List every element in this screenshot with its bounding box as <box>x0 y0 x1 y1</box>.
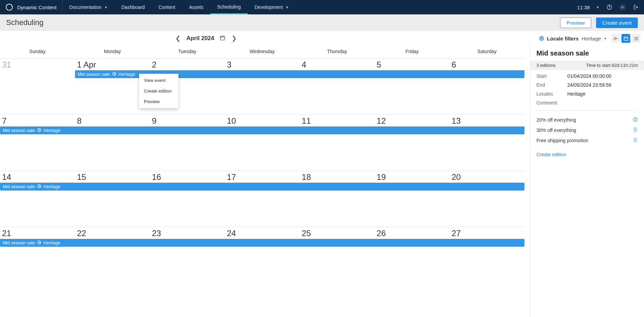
prev-month-icon[interactable]: ❮ <box>175 35 181 42</box>
nav-dashboard[interactable]: Dashboard <box>114 0 152 14</box>
day-cell[interactable]: 6 <box>449 59 524 114</box>
help-icon[interactable] <box>606 4 612 10</box>
svg-rect-8 <box>614 39 615 40</box>
nav-scheduling[interactable]: Scheduling <box>210 0 248 14</box>
svg-rect-12 <box>634 39 638 40</box>
calendar-picker-icon[interactable] <box>220 35 225 42</box>
menu-preview[interactable]: Preview <box>139 96 178 107</box>
nav-content[interactable]: Content <box>152 0 182 14</box>
document-icon <box>633 127 638 133</box>
event-label: Mid season sale <box>78 72 110 77</box>
meta-end-value: 24/05/2024 23:59:59 <box>567 82 638 88</box>
create-event-button[interactable]: Create event <box>596 17 638 28</box>
svg-rect-11 <box>634 38 638 39</box>
event-subhead: 3 editions Time to start 82d:11h:21m <box>530 61 644 70</box>
svg-point-3 <box>622 7 623 8</box>
event-locale-tag: Heritage <box>44 184 60 189</box>
day-cell[interactable]: 1 Apr <box>75 59 150 114</box>
day-cell[interactable]: 10 <box>225 115 300 171</box>
day-cell[interactable]: 18 <box>300 171 375 227</box>
calendar-header: ❮ April 2024 ❯ Locale filters Heritage ▼ <box>0 31 644 45</box>
day-cell[interactable]: 11 <box>300 115 375 171</box>
create-edition-link[interactable]: Create edition <box>536 152 638 157</box>
meta-comment-value <box>567 100 638 106</box>
menu-create-edition[interactable]: Create edition <box>139 86 178 96</box>
logout-icon[interactable] <box>632 4 639 10</box>
day-cell[interactable]: 7 <box>0 115 75 171</box>
day-cell[interactable]: 13 <box>449 115 524 171</box>
weekday-label: Friday <box>375 47 450 56</box>
weekday-label: Tuesday <box>150 47 225 56</box>
day-cell[interactable]: 31 <box>0 59 75 114</box>
nav-assets[interactable]: Assets <box>182 0 210 14</box>
meta-comment-label: Comment <box>536 100 567 106</box>
timezone-dropdown[interactable]: 11:38 ▼ <box>577 4 599 10</box>
brand-area: Dynamic Content <box>0 0 62 14</box>
chevron-down-icon: ▼ <box>596 5 599 9</box>
day-cell[interactable]: 8 <box>75 115 150 171</box>
globe-icon <box>37 128 41 133</box>
next-month-icon[interactable]: ❯ <box>231 35 237 42</box>
week-row: 14 15 16 17 18 19 20 Mid season sale Her… <box>0 171 524 227</box>
settings-icon[interactable] <box>619 4 626 10</box>
nav-label: Documentation <box>69 4 101 10</box>
meta-end-label: End <box>536 82 567 88</box>
subheader-actions: Preview Create event <box>560 17 638 28</box>
event-context-menu: View event Create edition Preview <box>139 74 178 108</box>
list-view-button[interactable] <box>632 34 641 43</box>
event-label: Mid season sale <box>3 128 35 133</box>
event-title: Mid season sale <box>530 45 644 61</box>
calendar-view-button[interactable] <box>621 34 630 43</box>
timeline-view-button[interactable] <box>611 34 620 43</box>
day-cell[interactable]: 9 <box>150 115 225 171</box>
day-cell[interactable]: 4 <box>300 59 375 114</box>
day-cell[interactable]: 20 <box>449 171 524 227</box>
day-cell[interactable]: 17 <box>225 171 300 227</box>
edition-row[interactable]: 30% off everything <box>536 125 638 135</box>
event-bar[interactable]: Mid season sale Heritage <box>0 183 524 191</box>
time-value: 11:38 <box>577 4 590 10</box>
locale-filter-label: Locale filters <box>547 36 579 41</box>
clock-icon <box>633 117 638 123</box>
weekday-label: Sunday <box>0 47 75 56</box>
meta-start-value: 01/04/2024 00:00:00 <box>567 73 638 79</box>
globe-icon <box>112 72 116 77</box>
svg-rect-9 <box>624 37 628 40</box>
day-cell[interactable]: 12 <box>375 115 450 171</box>
calendar-area: Sunday Monday Tuesday Wednesday Thursday… <box>0 45 530 317</box>
edition-row[interactable]: 20% off everything <box>536 115 638 125</box>
menu-view-event[interactable]: View event <box>139 75 178 86</box>
chevron-down-icon: ▼ <box>604 37 607 40</box>
editions-count: 3 editions <box>536 63 556 68</box>
month-label: April 2024 <box>186 35 214 42</box>
event-bar[interactable]: Mid season sale Heritage <box>0 239 524 247</box>
day-cell[interactable]: 3 <box>225 59 300 114</box>
day-cell[interactable]: 14 <box>0 171 75 227</box>
event-bar[interactable]: Mid season sale Heritage <box>0 126 524 134</box>
locale-filter[interactable]: Locale filters Heritage ▼ <box>539 36 607 41</box>
preview-button[interactable]: Preview <box>560 17 591 28</box>
month-nav: ❮ April 2024 ❯ <box>175 35 237 42</box>
main-area: Sunday Monday Tuesday Wednesday Thursday… <box>0 45 644 317</box>
document-icon <box>633 137 638 144</box>
event-detail-panel: Mid season sale 3 editions Time to start… <box>530 45 644 317</box>
nav-development[interactable]: Development ▼ <box>248 0 296 14</box>
day-cell[interactable]: 19 <box>375 171 450 227</box>
svg-rect-10 <box>634 37 638 38</box>
day-cell[interactable]: 15 <box>75 171 150 227</box>
nav-label: Content <box>159 4 175 10</box>
chevron-down-icon: ▼ <box>285 5 289 9</box>
nav-documentation[interactable]: Documentation ▼ <box>62 0 114 14</box>
nav-label: Assets <box>189 4 203 10</box>
topbar-right: 11:38 ▼ <box>577 0 644 14</box>
brand-name: Dynamic Content <box>17 4 57 10</box>
event-label: Mid season sale <box>3 184 35 189</box>
calendar-header-right: Locale filters Heritage ▼ <box>539 34 641 43</box>
day-cell[interactable]: 5 <box>375 59 450 114</box>
edition-row[interactable]: Free shipping promotion <box>536 135 638 146</box>
weekday-label: Thursday <box>300 47 375 56</box>
editions-list: 20% off everything 30% off everything Fr… <box>530 115 644 146</box>
view-toggle <box>611 34 641 43</box>
day-cell[interactable]: 16 <box>150 171 225 227</box>
nav-label: Dashboard <box>121 4 145 10</box>
